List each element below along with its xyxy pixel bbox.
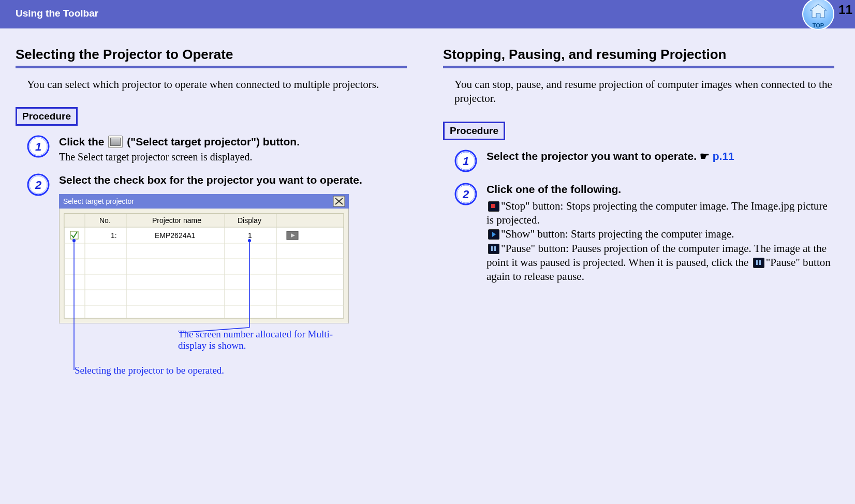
- top-bar: Using the Toolbar TOP 11: [0, 0, 855, 28]
- svg-text:Projector name: Projector name: [152, 216, 201, 225]
- intro-text-left: You can select which projector to operat…: [27, 78, 407, 92]
- pointer-icon: ☛: [700, 150, 710, 162]
- step-1-sub: The Select target projector screen is di…: [59, 151, 407, 163]
- top-home-icon[interactable]: TOP: [802, 0, 834, 30]
- step-1-title: Click the ("Select target projector") bu…: [59, 135, 407, 149]
- svg-text:EMP2624A1: EMP2624A1: [155, 231, 196, 240]
- step-1-right-title: Select the projector you want to operate…: [487, 150, 834, 163]
- step-2-right-desc: "Stop" button: Stops projecting the comp…: [487, 199, 834, 284]
- top-icon-label: TOP: [802, 22, 834, 28]
- step-1-title-before: Click the: [59, 136, 107, 147]
- pause-icon: [488, 244, 499, 254]
- select-target-icon: [108, 136, 123, 148]
- callout-select: Selecting the projector to be operated.: [75, 365, 224, 376]
- step-badge: 1: [454, 150, 477, 172]
- step-badge: 2: [27, 173, 50, 196]
- svg-text:Display: Display: [238, 216, 261, 225]
- step-1-left: 1 Click the ("Select target projector") …: [27, 135, 407, 162]
- procedure-label-right: Procedure: [443, 122, 505, 140]
- intro-text-right: You can stop, pause, and resume projecti…: [454, 78, 834, 106]
- step-2-title: Select the check box for the projector y…: [59, 173, 407, 187]
- procedure-label-left: Procedure: [16, 107, 78, 126]
- section-heading-left: Selecting the Projector to Operate: [16, 47, 407, 63]
- right-column: Stopping, Pausing, and resuming Projecti…: [428, 47, 855, 504]
- step-2-right-title: Click one of the following.: [487, 183, 834, 196]
- stop-desc: "Stop" button: Stops projecting the comp…: [487, 200, 828, 226]
- svg-text:1: 1: [463, 155, 469, 168]
- step-2-left: 2 Select the check box for the projector…: [27, 173, 407, 504]
- show-desc: "Show" button: Starts projecting the com…: [501, 228, 734, 240]
- svg-text:No.: No.: [99, 216, 111, 225]
- callout-display: The screen number allocated for Multi-di…: [178, 329, 344, 351]
- topbar-title: Using the Toolbar: [0, 0, 98, 19]
- svg-text:1: 1: [35, 140, 41, 153]
- page-number: 11: [838, 3, 852, 17]
- svg-text:2: 2: [35, 179, 42, 191]
- svg-text:1: 1: [248, 231, 252, 240]
- step-badge: 1: [27, 135, 50, 158]
- select-target-dialog: Select target projector No.: [59, 194, 407, 504]
- page-link[interactable]: p.11: [713, 150, 734, 162]
- step-1-title-after: ("Select target projector") button.: [127, 136, 300, 147]
- show-icon: [488, 229, 499, 240]
- step-1-right: 1 Select the projector you want to opera…: [454, 150, 834, 172]
- section-heading-right: Stopping, Pausing, and resuming Projecti…: [443, 47, 834, 63]
- svg-text:Select target projector: Select target projector: [63, 197, 134, 205]
- stop-icon: [488, 201, 499, 212]
- svg-rect-12: [64, 214, 344, 318]
- heading-underline: [16, 66, 407, 68]
- page-content: Selecting the Projector to Operate You c…: [0, 28, 855, 504]
- pause-icon: [753, 258, 764, 268]
- svg-text:1:: 1:: [111, 231, 117, 240]
- left-column: Selecting the Projector to Operate You c…: [0, 47, 428, 504]
- step-badge: 2: [454, 183, 477, 205]
- svg-text:2: 2: [462, 188, 469, 201]
- step-2-right: 2 Click one of the following. "Stop" but…: [454, 183, 834, 284]
- heading-underline: [443, 66, 834, 68]
- dialog-illustration: Select target projector No.: [59, 194, 349, 323]
- step-1-right-text: Select the projector you want to operate…: [487, 150, 700, 162]
